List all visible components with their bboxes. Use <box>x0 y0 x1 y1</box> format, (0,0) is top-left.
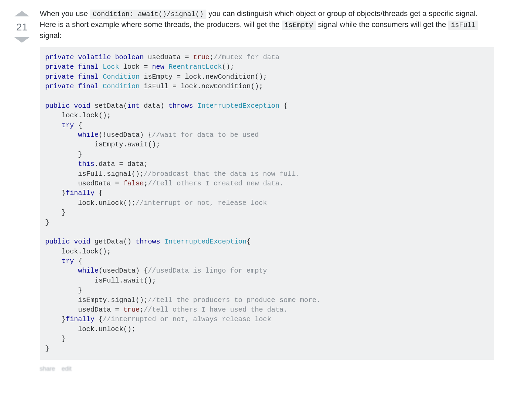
edit-link[interactable]: edit <box>62 365 72 372</box>
code-block[interactable]: private volatile boolean usedData = true… <box>40 47 494 360</box>
code-text: usedData = <box>144 53 193 61</box>
upvote-icon[interactable] <box>14 11 29 16</box>
comment: //broadcast that the data is now full. <box>144 170 300 178</box>
code-text: } <box>45 209 66 216</box>
post-menu: share edit <box>40 365 494 372</box>
type: Lock <box>103 63 119 71</box>
kw: finally <box>66 189 94 197</box>
code-text: { <box>74 257 82 265</box>
code-text: } <box>45 335 66 343</box>
prose-text: signal while the consumers will get the <box>318 20 448 29</box>
code-text: ; <box>140 306 144 314</box>
comment: //interrupt or not, release lock <box>136 199 267 207</box>
kw: void <box>74 102 90 110</box>
code-text: isFull.signal(); <box>45 170 144 178</box>
type: InterruptedException <box>197 102 279 110</box>
kw: public <box>45 102 70 110</box>
code-text: } <box>45 315 66 323</box>
code-text: isEmpty.await(); <box>45 141 160 148</box>
vote-count: 21 <box>10 21 34 32</box>
code-text: isEmpty = lock.newCondition(); <box>140 73 267 81</box>
kw: void <box>74 238 90 246</box>
comment: //tell the producers to produce some mor… <box>148 296 320 304</box>
kw: finally <box>66 315 94 323</box>
comment: //wait for data to be used <box>152 131 259 139</box>
comment: //interrupted or not, always release loc… <box>103 315 271 323</box>
literal: false <box>123 180 144 187</box>
code-text: setData( <box>90 102 127 110</box>
code-text: lock.unlock(); <box>45 199 136 207</box>
code-text: getData() <box>90 238 136 246</box>
code-text: (); <box>222 63 234 71</box>
code-text <box>45 131 78 139</box>
code-text: { <box>74 121 82 129</box>
comment: //tell others I created new data. <box>148 180 283 187</box>
literal: true <box>193 53 209 61</box>
comment: //usedData is lingo for empty <box>148 267 267 275</box>
page: 21 When you use Condition: await()/signa… <box>0 0 508 386</box>
kw: int <box>127 102 140 110</box>
kw: private <box>45 73 74 81</box>
kw: final <box>78 82 99 90</box>
comment: //tell others I have used the data. <box>144 306 288 314</box>
kw: final <box>78 73 99 81</box>
share-link[interactable]: share <box>40 365 55 372</box>
code-text: lock.lock(); <box>45 248 111 255</box>
answer-paragraph: When you use Condition: await()/signal()… <box>40 8 494 41</box>
inline-code: isEmpty <box>282 21 316 30</box>
vote-column: 21 <box>10 8 34 43</box>
code-text: } <box>45 345 49 353</box>
type: ReentrantLock <box>168 63 222 71</box>
code-text: { <box>94 315 103 323</box>
comment: //mutex for data <box>214 53 279 61</box>
code-text: lock = <box>119 63 152 71</box>
code-text: (usedData) { <box>99 267 148 275</box>
code-text: } <box>45 150 82 158</box>
code-text <box>45 267 78 275</box>
downvote-icon[interactable] <box>14 37 29 43</box>
kw: new <box>152 63 164 71</box>
kw: boolean <box>115 53 144 61</box>
kw: private <box>45 82 74 90</box>
kw: private <box>45 53 74 61</box>
kw: try <box>62 257 74 265</box>
code-text: lock.lock(); <box>45 111 111 119</box>
code-text: data) <box>140 102 168 110</box>
code-text: .data = data; <box>94 160 148 168</box>
code-text <box>45 257 62 265</box>
code-text: } <box>45 219 49 226</box>
code-text: ; <box>209 53 214 61</box>
code-text: usedData = <box>45 180 123 187</box>
kw: public <box>45 238 70 246</box>
kw: while <box>78 267 99 275</box>
code-text: } <box>45 189 66 197</box>
type: Condition <box>103 73 140 81</box>
inline-code: isFull <box>448 21 478 30</box>
prose-text: signal: <box>40 31 62 40</box>
code-text <box>45 160 78 168</box>
type: Condition <box>103 82 140 90</box>
kw: while <box>78 131 99 139</box>
kw: throws <box>136 238 160 246</box>
kw: final <box>78 63 99 71</box>
kw: private <box>45 63 74 71</box>
code-text: isEmpty.signal(); <box>45 296 148 304</box>
code-text: isFull.await(); <box>45 277 156 285</box>
code-text: lock.unlock(); <box>45 325 136 333</box>
code-text: (!usedData) { <box>99 131 152 139</box>
code-text: { <box>94 189 103 197</box>
type: InterruptedException <box>164 238 246 246</box>
post-body: When you use Condition: await()/signal()… <box>34 8 494 372</box>
code-text: } <box>45 286 82 294</box>
kw: this <box>78 160 94 168</box>
literal: true <box>123 306 140 314</box>
kw: throws <box>168 102 193 110</box>
kw: try <box>62 121 74 129</box>
kw: volatile <box>78 53 111 61</box>
prose-text: When you use <box>40 9 90 18</box>
code-text: isFull = lock.newCondition(); <box>140 82 263 90</box>
inline-code: Condition: await()/signal() <box>90 10 206 19</box>
code-text: usedData = <box>45 306 123 314</box>
code-text: { <box>246 238 251 246</box>
code-text: ; <box>144 180 148 187</box>
